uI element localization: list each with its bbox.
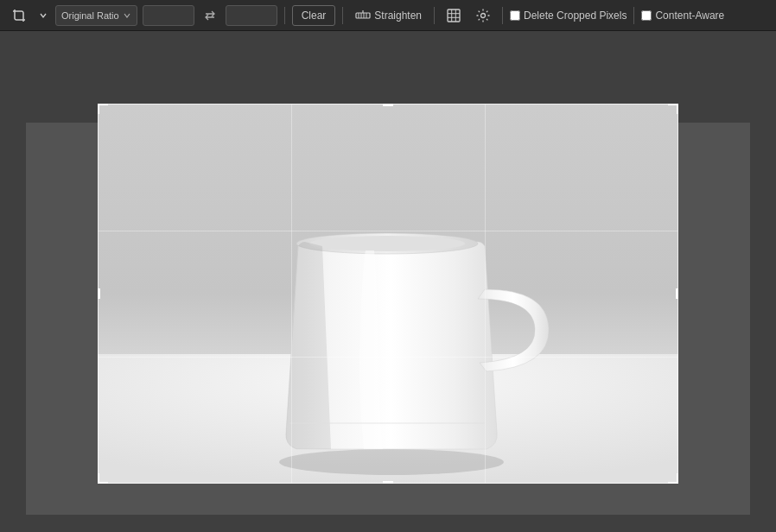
svg-point-16 [309,236,465,251]
crop-icon [12,9,26,22]
outside-left-overlay [0,123,26,515]
toolbar-separator-1 [284,7,285,24]
ratio-label: Original Ratio [61,10,119,21]
crop-tool-dropdown-button[interactable] [36,4,50,27]
content-aware-checkbox[interactable] [641,10,652,21]
chevron-down-icon [39,11,48,20]
outside-bottom-overlay [0,515,776,532]
straighten-label: Straighten [374,10,422,22]
photo-background [98,104,678,484]
grid-overlay-button[interactable] [442,4,466,27]
settings-icon [475,8,491,23]
toolbar-separator-4 [502,7,503,24]
straighten-icon [355,8,371,23]
mug-photo-svg [98,104,678,484]
canvas-area [0,31,776,532]
delete-pixels-label[interactable]: Delete Cropped Pixels [510,10,627,22]
toolbar-separator-3 [434,7,435,24]
ratio-dropdown[interactable]: Original Ratio [55,5,137,26]
clear-button[interactable]: Clear [292,5,336,26]
toolbar-separator-2 [342,7,343,24]
toolbar-separator-5 [633,7,634,24]
svg-rect-0 [356,13,370,18]
swap-dimensions-button[interactable] [200,5,220,26]
swap-icon [203,9,217,22]
width-input[interactable] [143,5,194,26]
straighten-button[interactable]: Straighten [350,5,427,26]
settings-button[interactable] [471,4,495,27]
svg-rect-6 [448,10,460,22]
grid-icon [446,8,461,23]
delete-pixels-checkbox[interactable] [510,10,520,21]
svg-point-14 [279,449,504,475]
image-container[interactable] [98,104,678,484]
svg-point-11 [481,13,486,17]
height-input[interactable] [226,5,277,26]
content-aware-label[interactable]: Content-Aware [641,10,724,22]
outside-right-overlay [750,123,776,515]
ratio-chevron-icon [123,11,131,20]
crop-tool-button[interactable] [7,4,31,27]
toolbar: Original Ratio Clear Straighten [0,0,776,31]
